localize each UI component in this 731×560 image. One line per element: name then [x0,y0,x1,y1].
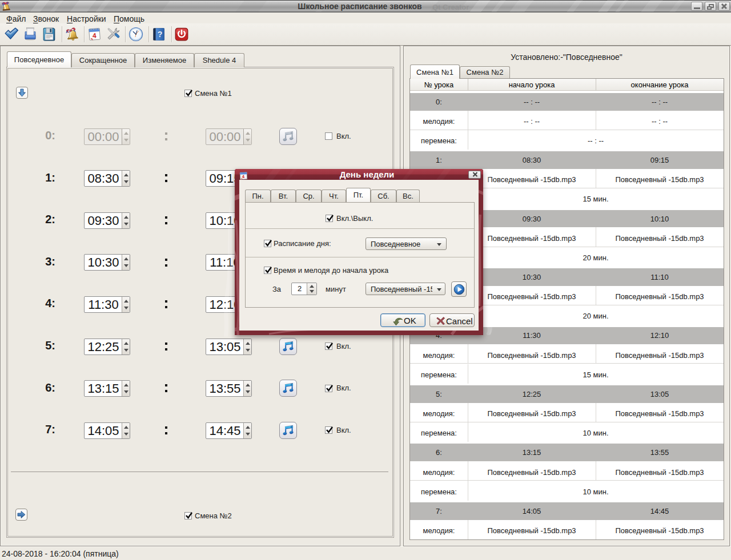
svg-text:4: 4 [92,31,97,39]
svg-text:?: ? [158,30,163,39]
